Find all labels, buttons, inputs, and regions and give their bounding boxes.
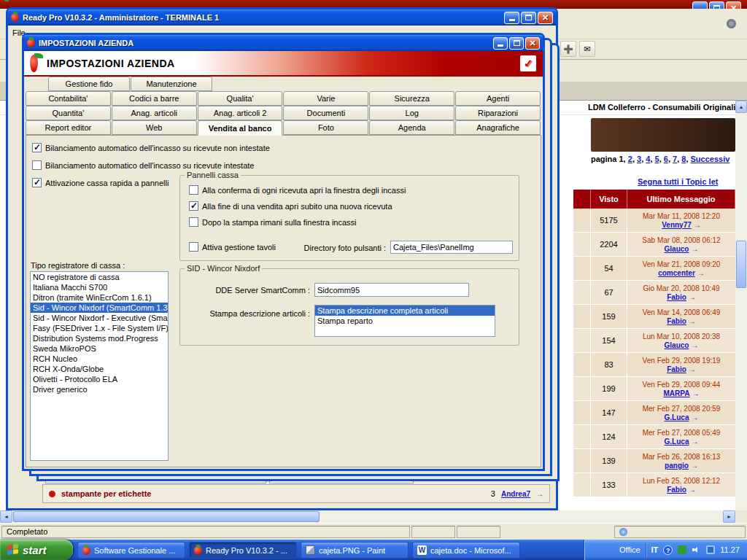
task-word[interactable]: W cajeta.doc - Microsof... <box>412 542 520 559</box>
vertical-scrollbar[interactable]: ▲ ▼ <box>735 101 747 523</box>
page-link[interactable]: 3 <box>637 155 641 163</box>
antivirus-icon[interactable] <box>678 545 686 554</box>
scroll-left-button[interactable]: ◄ <box>0 510 12 523</box>
goto-post-icon[interactable]: → <box>697 269 705 277</box>
page-link[interactable]: 4 <box>646 155 650 163</box>
readypro-titlebar[interactable]: Ready Pro V10.3.2 - Amministratore - TER… <box>8 9 556 26</box>
register-option[interactable]: RCH X-Onda/Globe <box>31 364 168 374</box>
checkbox-bilanciamento-non-intestate[interactable]: Bilanciamento automatico dell'incasso su… <box>32 143 270 152</box>
next-page-link[interactable]: Successiv <box>691 155 730 163</box>
register-listbox[interactable]: NO registratore di cassaItaliana Macchi … <box>30 271 169 461</box>
tab-contabilita[interactable]: Contabilita' <box>26 91 111 106</box>
lastpost-user-link[interactable]: G.Luca <box>665 438 689 446</box>
mail-icon[interactable]: ✉ <box>579 41 595 57</box>
tab-manutenzione[interactable]: Manutenzione <box>131 77 212 91</box>
page-link[interactable]: 8 <box>681 155 686 163</box>
goto-post-icon[interactable]: → <box>691 413 698 421</box>
minimize-button[interactable] <box>504 12 519 24</box>
register-option[interactable]: RCH Nucleo <box>31 354 168 364</box>
checkbox-fine-vendita[interactable]: Alla fine di una vendita apri subito una… <box>189 201 392 211</box>
vertical-scroll-thumb[interactable] <box>736 241 746 288</box>
stampa-option[interactable]: Stampa descrizione completa articoli <box>315 306 495 316</box>
goto-post-icon[interactable]: → <box>691 438 698 446</box>
office-toolbar-label[interactable]: Office <box>619 545 640 554</box>
lastpost-user-link[interactable]: Glauco <box>665 245 689 253</box>
goto-post-icon[interactable]: → <box>689 365 696 373</box>
register-option[interactable]: Sid - Wincor Nixdorf - Executive (Smar <box>31 313 168 323</box>
tab-anag-articoli[interactable]: Anag. articoli <box>112 106 197 120</box>
stampa-listbox[interactable]: Stampa descrizione completa articoliStam… <box>314 305 495 337</box>
task-paint[interactable]: cajeta.PNG - Paint <box>301 542 409 559</box>
checkbox-box[interactable] <box>32 178 42 187</box>
tab-agenti[interactable]: Agenti <box>455 91 541 106</box>
tab-riparazioni[interactable]: Riparazioni <box>455 106 541 120</box>
tab-vendita-al-banco[interactable]: Vendita al banco <box>198 120 283 136</box>
lastpost-user-link[interactable]: G.Luca <box>665 413 689 421</box>
add-page-icon[interactable]: ➕ <box>560 41 576 57</box>
lastpost-user-link[interactable]: Fabio <box>667 293 686 301</box>
goto-post-icon[interactable]: → <box>691 462 698 470</box>
goto-icon[interactable]: → <box>536 490 543 498</box>
horizontal-scroll-thumb[interactable] <box>13 511 320 522</box>
tab-log[interactable]: Log <box>369 106 454 120</box>
checkbox-bilanciamento-intestate[interactable]: Bilanciamento automatico dell'incasso su… <box>32 160 254 170</box>
task-readypro[interactable]: Ready Pro V10.3.2 - ... <box>189 542 297 559</box>
checkbox-box[interactable] <box>189 242 198 252</box>
goto-post-icon[interactable]: → <box>692 389 699 397</box>
lastpost-user-link[interactable]: Venny77 <box>662 221 692 229</box>
checkbox-box[interactable] <box>32 160 42 170</box>
goto-post-icon[interactable]: → <box>694 221 701 229</box>
dde-server-input[interactable] <box>314 283 469 297</box>
close-button[interactable]: ✕ <box>538 12 553 24</box>
checkbox-box[interactable] <box>189 201 198 211</box>
lastpost-user-link[interactable]: MARPA <box>664 389 690 397</box>
register-option[interactable]: Ditron (tramite WinEcrCom 1.6.1) <box>31 292 168 303</box>
register-option[interactable]: Driver generico <box>31 384 168 394</box>
directory-foto-input[interactable] <box>390 241 513 254</box>
task-software-gestionale[interactable]: Software Gestionale ... <box>77 542 185 559</box>
gear-icon[interactable] <box>727 19 736 28</box>
tab-agenda[interactable]: Agenda <box>369 120 454 135</box>
tab-web[interactable]: Web <box>112 120 197 135</box>
register-option[interactable]: Olivetti - Protocollo ELA <box>31 374 168 384</box>
checkbox-box[interactable] <box>32 143 42 152</box>
tab-anag-articoli-2[interactable]: Anag. articoli 2 <box>198 106 283 120</box>
maximize-button[interactable] <box>509 37 524 50</box>
page-link[interactable]: 5 <box>655 155 659 163</box>
register-option[interactable]: Fasy (FSEDriver 1.x - File System I/F) <box>31 323 168 333</box>
tab-anagrafiche[interactable]: Anagrafiche <box>455 120 541 135</box>
register-option[interactable]: NO registratore di cassa <box>31 272 168 282</box>
lastpost-user-link[interactable]: Fabio <box>667 317 686 325</box>
maximize-button[interactable] <box>521 12 536 24</box>
tab-varie[interactable]: Varie <box>283 91 368 106</box>
stampa-option[interactable]: Stampa reparto <box>315 316 495 326</box>
confirm-check-icon[interactable]: ✓ <box>519 55 537 72</box>
page-link[interactable]: 7 <box>673 155 677 163</box>
checkbox-box[interactable] <box>189 217 198 227</box>
goto-post-icon[interactable]: → <box>689 486 696 494</box>
goto-post-icon[interactable]: → <box>691 341 698 349</box>
start-button[interactable]: start <box>0 540 73 560</box>
lastpost-user-link[interactable]: comcenter <box>658 269 695 277</box>
checkbox-dopo-stampa[interactable]: Dopo la stampa rimani sulla finestra inc… <box>189 217 357 227</box>
help-icon[interactable]: ? <box>663 545 673 555</box>
register-option[interactable]: Distribution Systems mod.Progress <box>31 333 168 343</box>
register-option[interactable]: Sweda MikroPOS <box>31 343 168 354</box>
goto-post-icon[interactable]: → <box>689 293 696 301</box>
tab-foto[interactable]: Foto <box>283 120 368 135</box>
minimize-button[interactable] <box>493 37 508 50</box>
checkbox-gestione-tavoli[interactable]: Attiva gestione tavoli <box>189 242 276 252</box>
lastpost-user-link[interactable]: Fabio <box>667 365 686 373</box>
lastpost-user-link[interactable]: Fabio <box>667 486 686 494</box>
tab-gestione-fido[interactable]: Gestione fido <box>48 77 130 91</box>
register-option[interactable]: Italiana Macchi S700 <box>31 282 168 292</box>
tab-sicurezza[interactable]: Sicurezza <box>369 91 454 106</box>
tab-quantita[interactable]: Quantita' <box>26 106 111 120</box>
horizontal-scrollbar[interactable]: ◄ ► <box>0 510 735 523</box>
network-icon[interactable] <box>706 545 715 554</box>
label-printer-user-link[interactable]: Andrea7 <box>501 490 530 498</box>
register-option[interactable]: Sid - Wincor Nixdorf (SmartComm 1.3) <box>31 303 168 313</box>
page-link[interactable]: 6 <box>664 155 668 163</box>
mark-topics-link[interactable]: Segna tutti i Topic let <box>638 177 718 186</box>
page-link[interactable]: 2 <box>628 155 632 163</box>
